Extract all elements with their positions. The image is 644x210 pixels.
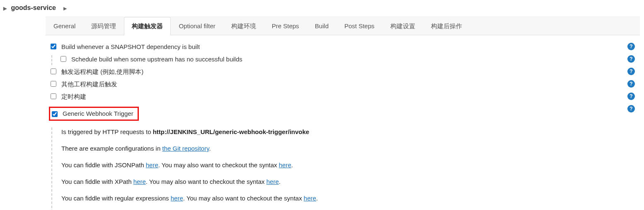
help-icon[interactable]: ? (627, 80, 635, 88)
chevron-right-icon: ▶ (63, 6, 67, 11)
tab-pre-steps[interactable]: Pre Steps (264, 17, 307, 35)
regex-syntax-link[interactable]: here (304, 195, 316, 202)
trigger-generic-webhook-row: Generic Webhook Trigger ? (51, 105, 635, 122)
trigger-remote-row: 触发远程构建 (例如,使用脚本) ? (51, 68, 635, 78)
git-repository-link[interactable]: the Git repository (162, 145, 209, 152)
tab-optional-filter[interactable]: Optional filter (171, 17, 223, 35)
highlight-annotation: Generic Webhook Trigger (49, 107, 139, 121)
tab-build-settings[interactable]: 构建设置 (383, 17, 423, 35)
trigger-snapshot-label: Build whenever a SNAPSHOT dependency is … (61, 43, 624, 51)
chevron-right-icon: ▶ (3, 6, 7, 11)
webhook-invoke-url: http://JENKINS_URL/generic-webhook-trigg… (153, 128, 310, 135)
webhook-examples-line: There are example configurations in the … (61, 144, 635, 153)
triggers-pane: Build whenever a SNAPSHOT dependency is … (46, 35, 640, 210)
trigger-after-other-row: 其他工程构建后触发 ? (51, 80, 635, 90)
help-icon[interactable]: ? (627, 43, 635, 50)
jsonpath-fiddle-link[interactable]: here (146, 161, 158, 168)
trigger-snapshot-checkbox[interactable] (51, 44, 56, 49)
trigger-snapshot-sub-row: Schedule build when some upstream has no… (61, 55, 635, 65)
help-icon[interactable]: ? (627, 68, 635, 75)
trigger-periodic-label: 定时构建 (61, 93, 624, 101)
breadcrumb-item[interactable]: goods-service (11, 4, 56, 11)
trigger-periodic-row: 定时构建 ? (51, 93, 635, 103)
trigger-generic-webhook-checkbox[interactable] (52, 111, 58, 117)
config-tabs: General 源码管理 构建触发器 Optional filter 构建环境 … (46, 17, 640, 35)
tab-post-steps[interactable]: Post Steps (337, 17, 383, 35)
trigger-after-other-label: 其他工程构建后触发 (61, 80, 624, 88)
tab-scm[interactable]: 源码管理 (83, 17, 124, 35)
tab-build-triggers[interactable]: 构建触发器 (124, 17, 171, 35)
webhook-description: Is triggered by HTTP requests to http://… (51, 127, 635, 210)
jsonpath-syntax-link[interactable]: here (279, 161, 291, 168)
trigger-after-other-checkbox[interactable] (51, 81, 56, 87)
regex-fiddle-link[interactable]: here (171, 195, 183, 202)
tab-post-build[interactable]: 构建后操作 (423, 17, 470, 35)
webhook-xpath-line: You can fiddle with XPath here. You may … (61, 177, 635, 186)
help-icon[interactable]: ? (627, 105, 635, 112)
webhook-jsonpath-line: You can fiddle with JSONPath here. You m… (61, 161, 635, 170)
trigger-remote-checkbox[interactable] (51, 68, 56, 74)
trigger-generic-webhook-label: Generic Webhook Trigger (63, 110, 133, 118)
trigger-snapshot-row: Build whenever a SNAPSHOT dependency is … (51, 43, 635, 53)
trigger-snapshot-sub-checkbox[interactable] (61, 56, 66, 62)
tab-build-env[interactable]: 构建环境 (223, 17, 264, 35)
trigger-snapshot-sub-label: Schedule build when some upstream has no… (71, 55, 624, 63)
xpath-syntax-link[interactable]: here (266, 178, 279, 185)
help-icon[interactable]: ? (627, 55, 635, 63)
xpath-fiddle-link[interactable]: here (133, 178, 146, 185)
help-icon[interactable]: ? (627, 93, 635, 100)
tab-general[interactable]: General (46, 17, 83, 35)
webhook-regex-line: You can fiddle with regular expressions … (61, 194, 635, 203)
trigger-periodic-checkbox[interactable] (51, 93, 56, 99)
trigger-remote-label: 触发远程构建 (例如,使用脚本) (61, 68, 624, 76)
tab-build[interactable]: Build (307, 17, 337, 35)
webhook-url-line: Is triggered by HTTP requests to http://… (61, 127, 635, 137)
breadcrumb: ▶ goods-service ▶ (0, 0, 644, 17)
